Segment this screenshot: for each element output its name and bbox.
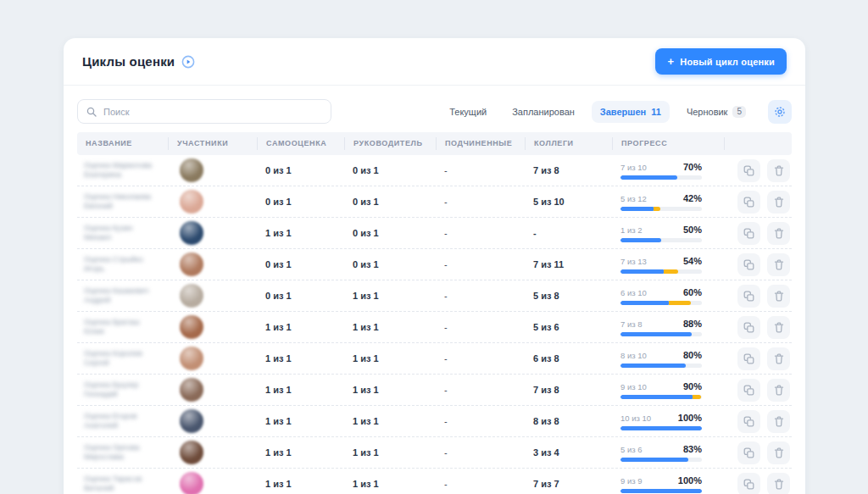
table-row[interactable]: Оценка Стрыйко Игорь 0 из 1 0 из 1 - 7 и… xyxy=(77,249,792,280)
delete-button[interactable] xyxy=(767,159,790,182)
table-row[interactable]: Оценка Николаева Евгений 0 из 1 0 из 1 -… xyxy=(77,186,792,218)
duplicate-button[interactable] xyxy=(737,441,760,464)
delete-button[interactable] xyxy=(767,379,790,402)
progress-bar xyxy=(620,332,702,336)
participant-avatar[interactable] xyxy=(180,409,203,433)
cycle-name-line1: Оценка Тарасов xyxy=(84,475,159,484)
cycle-name-line1: Оценка Егоров xyxy=(84,412,159,421)
cycle-name[interactable]: Оценка Маркелова Екатерина xyxy=(77,161,168,180)
new-cycle-button[interactable]: + Новый цикл оценки xyxy=(655,48,787,75)
subordinates-value: - xyxy=(436,259,525,269)
col-header-participants: УЧАСТНИКИ xyxy=(168,137,257,150)
duplicate-button[interactable] xyxy=(737,159,760,182)
settings-button[interactable] xyxy=(768,100,792,124)
participant-avatar[interactable] xyxy=(180,441,203,464)
tab-current[interactable]: Текущий xyxy=(441,101,495,123)
cycle-name[interactable]: Оценка Казакевич Андрей xyxy=(77,286,168,305)
colleagues-value: 7 из 8 xyxy=(525,165,612,175)
delete-button[interactable] xyxy=(767,473,790,494)
progress-cell: 9 из 9 100% xyxy=(612,475,724,493)
cycle-name[interactable]: Оценка Орлова Мирослава xyxy=(77,443,168,462)
participant-avatar[interactable] xyxy=(180,315,203,339)
cycle-name[interactable]: Оценка Буцлер Геннадий xyxy=(77,380,168,399)
participant-avatar[interactable] xyxy=(180,472,203,494)
progress-bar-pending xyxy=(693,395,701,399)
self-assessment-value: 1 из 1 xyxy=(257,416,344,426)
participant-avatar[interactable] xyxy=(180,158,203,182)
row-actions xyxy=(724,191,792,214)
table-row[interactable]: Оценка Тарасов Виталий 1 из 1 1 из 1 - 7… xyxy=(77,469,792,494)
delete-button[interactable] xyxy=(767,441,790,464)
self-assessment-value: 1 из 1 xyxy=(257,228,344,238)
cycle-name[interactable]: Оценка Браташ Юлия xyxy=(77,318,168,336)
duplicate-button[interactable] xyxy=(737,285,760,308)
delete-button[interactable] xyxy=(767,191,790,214)
trash-icon xyxy=(774,322,784,333)
participants-cell xyxy=(168,284,257,308)
col-header-colleagues: КОЛЛЕГИ xyxy=(525,137,612,150)
tab-completed[interactable]: Завершен 11 xyxy=(592,101,670,123)
copy-icon xyxy=(743,353,754,364)
cycle-name-line1: Оценка Казакевич xyxy=(84,286,159,296)
duplicate-button[interactable] xyxy=(737,410,760,433)
progress-bar-pending xyxy=(664,269,678,274)
duplicate-button[interactable] xyxy=(737,253,760,276)
subordinates-value: - xyxy=(436,479,525,489)
cycle-name[interactable]: Оценка Егоров Анатолий xyxy=(77,412,168,430)
progress-bar-completed xyxy=(620,332,692,336)
delete-button[interactable] xyxy=(767,347,790,370)
search-box[interactable] xyxy=(77,99,331,124)
cycle-name[interactable]: Оценка Николаева Евгений xyxy=(77,192,168,211)
table-body: Оценка Маркелова Екатерина 0 из 1 0 из 1… xyxy=(77,155,792,494)
participants-cell xyxy=(168,158,257,182)
col-header-name: НАЗВАНИЕ xyxy=(77,137,168,150)
progress-bar xyxy=(620,426,702,430)
duplicate-button[interactable] xyxy=(737,379,760,402)
play-tutorial-icon[interactable] xyxy=(181,55,195,69)
progress-bar xyxy=(620,207,702,211)
self-assessment-value: 1 из 1 xyxy=(257,322,344,332)
duplicate-button[interactable] xyxy=(737,316,760,339)
delete-button[interactable] xyxy=(767,316,790,339)
row-actions xyxy=(724,410,792,433)
delete-button[interactable] xyxy=(767,222,790,245)
participant-avatar[interactable] xyxy=(180,190,203,214)
table-row[interactable]: Оценка Маркелова Екатерина 0 из 1 0 из 1… xyxy=(77,155,792,186)
cycle-name[interactable]: Оценка Кузин Михаил xyxy=(77,224,168,242)
table-row[interactable]: Оценка Орлова Мирослава 1 из 1 1 из 1 - … xyxy=(77,437,792,469)
participant-avatar[interactable] xyxy=(180,378,203,402)
new-cycle-button-label: Новый цикл оценки xyxy=(680,57,775,67)
table-row[interactable]: Оценка Казакевич Андрей 0 из 1 1 из 1 - … xyxy=(77,280,792,312)
manager-value: 0 из 1 xyxy=(344,228,436,238)
subordinates-value: - xyxy=(436,165,525,175)
table-row[interactable]: Оценка Буцлер Геннадий 1 из 1 1 из 1 - 7… xyxy=(77,375,792,406)
participant-avatar[interactable] xyxy=(180,284,203,308)
table-row[interactable]: Оценка Егоров Анатолий 1 из 1 1 из 1 - 8… xyxy=(77,406,792,437)
duplicate-button[interactable] xyxy=(737,347,760,370)
progress-percent: 54% xyxy=(683,256,702,266)
participant-avatar[interactable] xyxy=(180,221,203,245)
table-row[interactable]: Оценка Браташ Юлия 1 из 1 1 из 1 - 5 из … xyxy=(77,312,792,343)
cycle-name[interactable]: Оценка Королев Сергей xyxy=(77,349,168,368)
duplicate-button[interactable] xyxy=(737,473,760,494)
card-header: Циклы оценки + Новый цикл оценки xyxy=(64,38,805,86)
delete-button[interactable] xyxy=(767,285,790,308)
participant-avatar[interactable] xyxy=(180,347,203,370)
tab-draft[interactable]: Черновик 5 xyxy=(678,100,754,124)
search-input[interactable] xyxy=(103,107,322,117)
participant-avatar[interactable] xyxy=(180,253,203,276)
tab-planned[interactable]: Запланирован xyxy=(504,101,583,123)
cycle-name-line1: Оценка Кузин xyxy=(84,224,159,233)
subordinates-value: - xyxy=(436,228,525,238)
duplicate-button[interactable] xyxy=(737,222,760,245)
table-row[interactable]: Оценка Кузин Михаил 1 из 1 0 из 1 - - 1 … xyxy=(77,218,792,249)
delete-button[interactable] xyxy=(767,410,790,433)
row-actions xyxy=(724,347,792,370)
progress-bar xyxy=(620,301,702,305)
table-row[interactable]: Оценка Королев Сергей 1 из 1 1 из 1 - 6 … xyxy=(77,343,792,375)
cycle-name[interactable]: Оценка Стрыйко Игорь xyxy=(77,255,168,274)
cycle-name[interactable]: Оценка Тарасов Виталий xyxy=(77,475,168,493)
duplicate-button[interactable] xyxy=(737,191,760,214)
cycle-name-line1: Оценка Орлова xyxy=(84,443,159,452)
delete-button[interactable] xyxy=(767,253,790,276)
